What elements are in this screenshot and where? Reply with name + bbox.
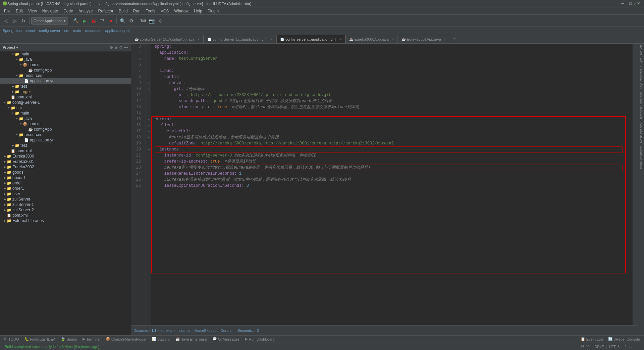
right-scrollbar[interactable]	[633, 44, 638, 325]
tree-main-1[interactable]: ▾ 📁 main	[0, 51, 131, 57]
tab-terminal[interactable]: ▶ Terminal	[80, 336, 103, 342]
back-btn[interactable]: ◁	[2, 17, 10, 25]
tab-2[interactable]: 📄 config-server\...\application.yml ✕	[276, 35, 345, 43]
tree-src-2[interactable]: ▾ 📁 src	[0, 105, 131, 111]
menu-refactor[interactable]: Refactor	[96, 8, 116, 14]
coverage-btn[interactable]: 🛡	[98, 17, 106, 25]
tree-java-2[interactable]: ▾ 📁 java	[0, 116, 131, 121]
add-btn[interactable]: ⊕	[110, 45, 113, 50]
tab-4[interactable]: ☕ Eureka3001App.java ✕	[398, 35, 450, 43]
tree-comdj-1[interactable]: ▾ 📦 com.dj	[0, 62, 131, 68]
ant-label[interactable]: Ant	[639, 56, 644, 64]
settings-btn[interactable]: ⚙	[127, 17, 135, 25]
forward-btn[interactable]: ▷	[11, 17, 19, 25]
cursor-position[interactable]: 26:40	[578, 345, 592, 349]
search-btn[interactable]: 🔍	[118, 17, 126, 25]
tab-java-enterprise[interactable]: ☕ Java Enterprise	[173, 336, 209, 342]
tree-appyml-2[interactable]: 📄 application.yml	[0, 137, 131, 143]
bc-application-yml[interactable]: application.yml	[105, 29, 129, 33]
restservices-label[interactable]: RestServices	[639, 122, 644, 144]
bc-config-server[interactable]: config-server	[39, 29, 60, 33]
tree-goods1[interactable]: ▶ 📁 goods1	[0, 175, 131, 180]
run-config-dropdown[interactable]: GoodsApplication ▾	[31, 17, 68, 25]
tree-pomxml-2[interactable]: 📋 pom.xml	[0, 148, 131, 154]
tree-configapp-2[interactable]: ☕ configApp	[0, 127, 131, 132]
tree-order[interactable]: ▶ 📁 order	[0, 180, 131, 186]
stop-btn[interactable]: ■	[107, 17, 115, 25]
tab-spring[interactable]: 🍃 Spring	[58, 336, 80, 342]
menu-code[interactable]: Code	[61, 8, 76, 14]
bean-validation-label[interactable]: Bean Validation	[639, 144, 644, 170]
line-ending[interactable]: CRLF	[592, 345, 606, 349]
encoding[interactable]: UTF-8	[607, 345, 622, 349]
tab-run-dashboard[interactable]: ▶ Run Dashboard	[242, 336, 277, 342]
tab-0[interactable]: ☕ config-Server-1\...\configApp.java ✕	[131, 35, 204, 43]
more-tabs-btn[interactable]: +5	[450, 37, 459, 41]
cancel-btn[interactable]: ⊘	[157, 17, 165, 25]
menu-file[interactable]: File	[1, 8, 13, 14]
tree-comdj-2[interactable]: ▾ 📦 com.dj	[0, 121, 131, 127]
tree-resources-1[interactable]: ▾ 📁 resources	[0, 73, 131, 78]
run-btn[interactable]: ▶	[80, 17, 89, 25]
tree-zullserver1[interactable]: ▶ 📁 zullServer-1	[0, 202, 131, 207]
tail-btn[interactable]: Tail	[139, 17, 147, 25]
database-label[interactable]: Database	[639, 105, 644, 122]
tree-test-2[interactable]: ▶ 📁 test	[0, 143, 131, 148]
bc-main[interactable]: main	[73, 29, 81, 33]
tree-eureka3001[interactable]: ▶ 📁 Eureka3001	[0, 159, 131, 164]
menu-edit[interactable]: Edit	[13, 8, 25, 14]
bc-spring-cloud-parent[interactable]: Spring-cloud-parent	[3, 29, 35, 33]
tree-pomxml-1[interactable]: 📋 pom.xml	[0, 94, 131, 100]
minimize-btn[interactable]: ─	[620, 1, 626, 6]
tree-resources-2[interactable]: ▾ 📁 resources	[0, 132, 131, 137]
tree-target-1[interactable]: ▶ 📁 target	[0, 89, 131, 94]
tree-config-server1[interactable]: ▾ 📁 config-Server-1	[0, 100, 131, 105]
tree-configapp-1[interactable]: ☕ configApp	[0, 68, 131, 73]
tree-eureka3002[interactable]: ▶ 📁 Eureka3002	[0, 164, 131, 170]
tab-console-maven[interactable]: 📦 ConsoleMavenPlugin	[103, 336, 149, 342]
code-editor[interactable]: spring: application: name: testConfigSer…	[151, 44, 633, 325]
bc-src[interactable]: src	[64, 29, 69, 33]
menu-run[interactable]: Run	[130, 8, 143, 14]
tab-messages[interactable]: 💬 Q: Messages	[210, 336, 243, 342]
menu-tools[interactable]: Tools	[143, 8, 158, 14]
tree-appyml-1[interactable]: 📄 application.yml	[0, 78, 131, 84]
tab-statistic[interactable]: 📊 Statistic	[149, 336, 173, 342]
debug-btn[interactable]: 🐞	[89, 17, 97, 25]
maven-label[interactable]: Maven	[639, 44, 644, 56]
tree-eureka3000[interactable]: ▶ 📁 Eureka3000	[0, 154, 131, 159]
tree-zullserver[interactable]: ▶ 📁 zullServer	[0, 196, 131, 202]
tab-findbugs[interactable]: 🐛 FindBugs-IDEA	[22, 336, 58, 342]
menu-analyze[interactable]: Analyze	[76, 8, 96, 14]
menu-plugin[interactable]: Plugin	[205, 8, 221, 14]
maximize-btn[interactable]: □	[628, 1, 633, 6]
tree-zullserver2[interactable]: ▶ 📁 zullServer-2	[0, 207, 131, 213]
tab-todo[interactable]: ☑ TODO	[1, 336, 22, 342]
nkcode-label[interactable]: nkCode	[639, 91, 644, 105]
refresh-btn[interactable]: ↻	[19, 17, 28, 25]
tree-external-libs[interactable]: ▶ 📁 External Libraries	[0, 218, 131, 223]
menu-help[interactable]: Help	[191, 8, 205, 14]
menu-build[interactable]: Build	[116, 8, 130, 14]
bp-eureka[interactable]: eureka:	[160, 329, 173, 333]
tree-goods[interactable]: ▶ 📁 goods	[0, 170, 131, 175]
build-btn[interactable]: 🔨	[72, 17, 80, 25]
tab-jrebel[interactable]: 🔄 JRebel Console	[605, 336, 643, 342]
gear-btn[interactable]: ⚙	[119, 45, 123, 50]
menu-navigate[interactable]: Navigate	[40, 8, 61, 14]
tree-java-1[interactable]: ▾ 📁 java	[0, 57, 131, 62]
tab-event-log[interactable]: 📋 Event Log	[578, 336, 606, 342]
tree-main-2[interactable]: ▾ 📁 main	[0, 111, 131, 116]
tab-1[interactable]: 📄 config-Server-1\...\application.yml ✕	[204, 35, 276, 43]
tab-3[interactable]: ☕ Eureka3000App.java ✕	[345, 35, 398, 43]
indent[interactable]: 2 spaces	[623, 345, 641, 349]
bp-lease[interactable]: leaseExpirationDurationInSeconds:	[195, 329, 253, 333]
menu-window[interactable]: Window	[171, 8, 191, 14]
tree-pomxml-root[interactable]: 📋 pom.xml	[0, 213, 131, 218]
menu-vcs[interactable]: VCS	[158, 8, 172, 14]
camera-btn[interactable]: 📷	[148, 17, 156, 25]
tree-order1[interactable]: ▶ 📁 order1	[0, 186, 131, 191]
sync-btn[interactable]: ⊟	[114, 45, 118, 50]
bp-instance[interactable]: instance:	[177, 329, 192, 333]
key-promoter-label[interactable]: Key Promoter X	[639, 64, 644, 91]
